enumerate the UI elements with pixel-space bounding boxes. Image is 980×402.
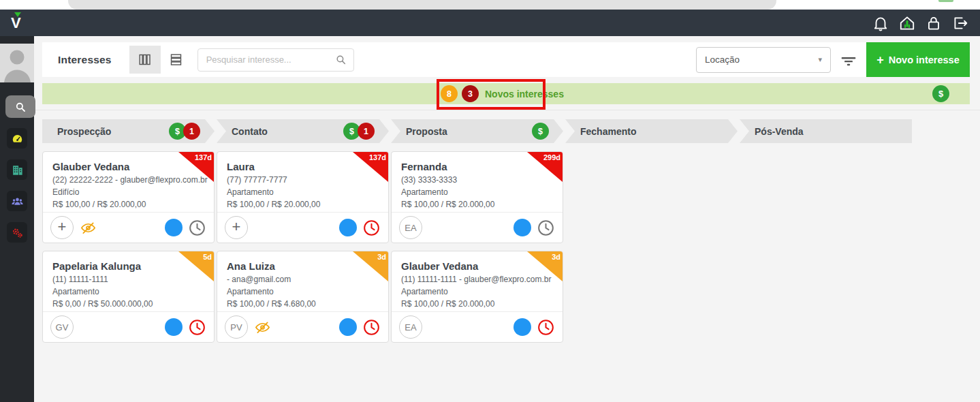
- stage-header[interactable]: Fechamento: [565, 119, 738, 143]
- new-interest-label: Novo interesse: [889, 55, 960, 65]
- stage-header[interactable]: Pós-Venda: [740, 119, 912, 143]
- sidebar-settings-gears-icon[interactable]: [7, 222, 27, 243]
- card-agent-button[interactable]: EA: [399, 315, 422, 339]
- columns-icon: [138, 52, 152, 67]
- age-ribbon-label: 3d: [552, 253, 560, 261]
- age-ribbon-label: 137d: [369, 153, 386, 161]
- card-property-type: Edifício: [52, 187, 204, 199]
- browser-extension-icon[interactable]: [938, 0, 953, 2]
- age-ribbon-label: 299d: [543, 153, 560, 161]
- status-blue-dot[interactable]: [165, 219, 183, 236]
- notifications-bell-icon[interactable]: [872, 14, 889, 32]
- interest-card[interactable]: 137d Glauber Vedana (22) 22222-2222 - gl…: [42, 151, 215, 243]
- card-stack: 299d Fernanda (33) 3333-3333 Apartamento…: [391, 151, 563, 343]
- browser-strip: [0, 0, 980, 10]
- card-footer: +: [43, 212, 214, 243]
- card-values: R$ 100,00 / R$ 20.000,00: [227, 199, 379, 211]
- card-footer: PV: [217, 311, 388, 342]
- card-body: Ana Luiza - ana@gmail.com Apartamento R$…: [217, 251, 388, 313]
- stage-count-badge[interactable]: 1: [183, 123, 200, 140]
- card-body: Glauber Vedana (11) 11111-1111 - glauber…: [392, 251, 563, 313]
- card-agent-button[interactable]: +: [225, 216, 248, 239]
- card-footer: +: [217, 212, 388, 243]
- interest-card[interactable]: 3d Glauber Vedana (11) 11111-1111 - glau…: [391, 251, 563, 343]
- card-footer: EA: [392, 212, 563, 243]
- board-column: Fechamento: [565, 119, 738, 343]
- category-select[interactable]: Locação ▾: [696, 47, 831, 73]
- stage-header[interactable]: Prospecção $ 1: [42, 119, 215, 143]
- interest-card[interactable]: 5d Papelaria Kalunga (11) 11111-1111 Apa…: [42, 251, 215, 343]
- sidebar-clients-users-icon[interactable]: [7, 191, 27, 211]
- card-property-type: Apartamento: [401, 187, 553, 199]
- new-interests-banner[interactable]: 8 3 Novos interesses $: [42, 83, 970, 104]
- list-view-button[interactable]: [161, 46, 192, 74]
- overdue-count-badge: 3: [462, 85, 479, 102]
- card-body: Laura (77) 77777-7777 Apartamento R$ 100…: [217, 152, 388, 213]
- kanban-view-button[interactable]: [129, 46, 161, 74]
- interests-toolbar: Interesses Locação ▾ + Novo interesse: [42, 42, 970, 77]
- clock-icon[interactable]: [537, 318, 555, 337]
- status-blue-dot[interactable]: [513, 219, 531, 236]
- card-agent-button[interactable]: GV: [50, 315, 74, 339]
- caret-down-icon: ▾: [818, 55, 822, 64]
- card-values: R$ 0,00 / R$ 50.000.000,00: [52, 298, 204, 311]
- card-contact: (11) 11111-1111 - glauber@flexpro.com.br: [401, 274, 553, 286]
- status-blue-dot[interactable]: [339, 219, 357, 236]
- card-name: Ana Luiza: [227, 260, 379, 272]
- banner-badges-group: 8 3 Novos interesses: [441, 83, 564, 104]
- card-footer: GV: [43, 311, 214, 342]
- stage-dollar-badge[interactable]: $: [532, 123, 549, 140]
- sidebar-search-button[interactable]: [5, 95, 35, 118]
- stage-header[interactable]: Proposta $: [391, 119, 563, 143]
- sidebar-dashboard-gauge-icon[interactable]: [7, 128, 27, 149]
- page-title: Interesses: [58, 54, 112, 66]
- app-topbar: V: [0, 10, 980, 36]
- plus-icon: +: [876, 54, 884, 66]
- pending-count-badge: 8: [441, 85, 458, 102]
- card-stack: 137d Laura (77) 77777-7777 Apartamento R…: [217, 151, 389, 343]
- filter-icon[interactable]: [840, 51, 857, 69]
- logout-icon[interactable]: [951, 14, 969, 32]
- search-icon[interactable]: [335, 54, 347, 65]
- logo-triangle-icon: [14, 12, 21, 17]
- stage-badges: $: [532, 123, 549, 140]
- card-property-type: Apartamento: [227, 187, 379, 199]
- board-column: Contato $ 1 137d Laura (77) 77777-7777 A…: [217, 119, 389, 343]
- card-body: Papelaria Kalunga (11) 11111-1111 Aparta…: [43, 251, 214, 313]
- interest-card[interactable]: 299d Fernanda (33) 3333-3333 Apartamento…: [391, 151, 563, 243]
- clock-icon[interactable]: [188, 318, 206, 337]
- eye-slash-icon[interactable]: [255, 320, 270, 335]
- card-agent-button[interactable]: PV: [225, 315, 248, 339]
- search-input[interactable]: [198, 55, 335, 65]
- clock-icon[interactable]: [537, 219, 555, 237]
- stage-label: Pós-Venda: [755, 126, 804, 137]
- status-blue-dot[interactable]: [513, 318, 531, 336]
- stage-badges: $ 1: [343, 123, 375, 140]
- clock-icon[interactable]: [188, 219, 206, 237]
- sidebar-properties-building-icon[interactable]: [7, 159, 27, 180]
- browser-address-bar[interactable]: [68, 0, 776, 10]
- card-name: Laura: [227, 161, 379, 172]
- card-values: R$ 100,00 / R$ 4.680,00: [227, 298, 379, 311]
- status-blue-dot[interactable]: [165, 318, 183, 336]
- board-column: Pós-Venda: [740, 119, 912, 343]
- new-interest-button[interactable]: + Novo interesse: [866, 42, 970, 77]
- clock-icon[interactable]: [362, 219, 381, 237]
- banner-dollar-badge[interactable]: $: [932, 85, 949, 102]
- home-touch-icon[interactable]: [898, 14, 916, 32]
- stage-header[interactable]: Contato $ 1: [217, 119, 389, 143]
- app-logo[interactable]: V: [11, 16, 21, 31]
- clock-icon[interactable]: [362, 318, 381, 337]
- stage-label: Proposta: [406, 126, 447, 137]
- topbar-icons: [872, 14, 969, 32]
- interest-card[interactable]: 3d Ana Luiza - ana@gmail.com Apartamento…: [217, 251, 389, 343]
- card-agent-button[interactable]: +: [50, 216, 74, 239]
- status-blue-dot[interactable]: [339, 318, 357, 336]
- card-agent-button[interactable]: EA: [399, 216, 422, 239]
- lock-icon[interactable]: [925, 14, 943, 32]
- interest-card[interactable]: 137d Laura (77) 77777-7777 Apartamento R…: [217, 151, 389, 243]
- user-avatar[interactable]: [0, 44, 34, 82]
- eye-slash-icon[interactable]: [80, 220, 96, 236]
- card-contact: - ana@gmail.com: [227, 274, 379, 286]
- stage-count-badge[interactable]: 1: [358, 123, 375, 140]
